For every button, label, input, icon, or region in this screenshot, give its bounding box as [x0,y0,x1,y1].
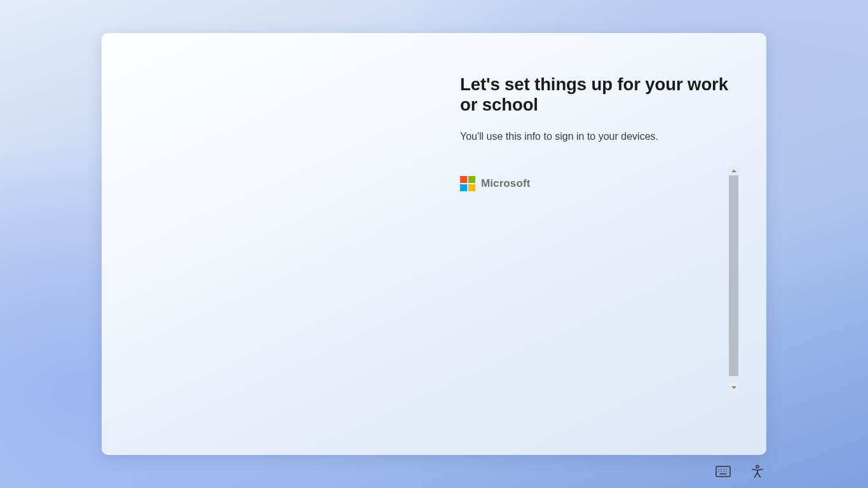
scroll-down-button[interactable] [729,383,738,392]
email-field[interactable] [460,229,729,245]
chevron-down-icon [731,386,736,389]
vertical-scrollbar[interactable] [729,166,738,392]
microsoft-logo-icon [460,176,475,191]
content-column: Let's set things up for your work or sch… [460,74,740,392]
accessibility-icon [750,464,764,478]
microsoft-logo: Microsoft [460,166,729,229]
signin-pane: Microsoft [460,166,738,392]
scroll-up-button[interactable] [729,166,738,175]
scrollbar-thumb[interactable] [729,175,738,376]
microsoft-wordmark: Microsoft [481,177,530,190]
svg-point-10 [756,466,759,468]
oobe-card: Let's set things up for your work or sch… [102,33,766,455]
signin-pane-inner: Microsoft [460,166,729,392]
accessibility-button[interactable] [749,463,766,480]
keyboard-icon [715,466,731,477]
action-bar [714,463,766,480]
on-screen-keyboard-button[interactable] [714,463,732,480]
chevron-up-icon [731,170,736,172]
page-title: Let's set things up for your work or sch… [460,74,740,116]
page-subtitle: You'll use this info to sign in to your … [460,130,740,144]
